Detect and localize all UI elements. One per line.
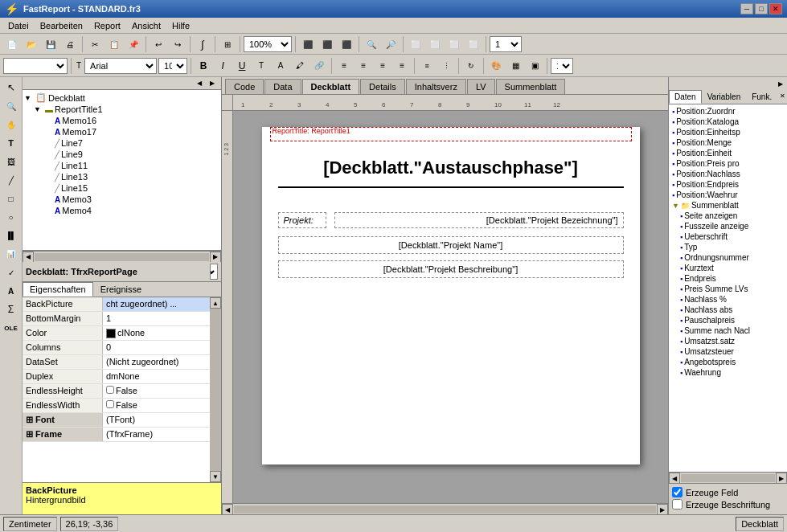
- chart-tool[interactable]: 📊: [2, 245, 20, 263]
- tree-item-deckblatt[interactable]: ▼ 📋 Deckblatt: [24, 92, 219, 104]
- right-item-angebotspreis[interactable]: ▪ Angebotspreis: [678, 357, 785, 367]
- tree-item-line7[interactable]: ╱ Line7: [43, 137, 219, 149]
- align-r-btn[interactable]: ≡: [374, 57, 391, 75]
- prop-row-frame[interactable]: ⊞ Frame (TfrxFrame): [23, 428, 210, 442]
- prop-row-backpicture[interactable]: BackPicture cht zugeordnet) ...: [23, 297, 210, 312]
- right-item-position-nachlass[interactable]: ▪ Position:Nachlass: [670, 169, 785, 179]
- report-title-band[interactable]: ReportTitle: ReportTitle1: [270, 127, 632, 141]
- formula-button[interactable]: ∫: [194, 35, 211, 53]
- align-c-btn[interactable]: ≡: [355, 57, 372, 75]
- tree-item-memo16[interactable]: A Memo16: [43, 115, 219, 126]
- extra-btn3[interactable]: ⬜: [445, 35, 463, 53]
- right-tab-daten[interactable]: Daten: [669, 90, 702, 104]
- right-item-nachlass-abs[interactable]: ▪ Nachlass abs: [678, 305, 785, 315]
- right-item-position-einheitsp[interactable]: ▪ Position:Einheitsp: [670, 127, 785, 137]
- align-j-btn[interactable]: ≡: [393, 57, 411, 75]
- highlight2-btn[interactable]: 🎨: [487, 57, 505, 75]
- zoom-select[interactable]: 100% 75% 150%: [244, 36, 292, 52]
- close-button[interactable]: ✕: [769, 3, 782, 14]
- zoom-tool[interactable]: 🔍: [2, 97, 20, 115]
- tab-eigenschaften[interactable]: Eigenschaften: [23, 282, 93, 297]
- right-item-position-endpreis[interactable]: ▪ Position:Endpreis: [670, 179, 785, 190]
- extra-btn1[interactable]: ⬜: [407, 35, 424, 53]
- align-center-btn[interactable]: ⬛: [318, 35, 336, 53]
- italic-button[interactable]: I: [214, 57, 232, 75]
- tab-code[interactable]: Code: [225, 79, 264, 94]
- print-button[interactable]: 🖨: [61, 35, 79, 53]
- right-item-position-zuordnr[interactable]: ▪ Position:Zuordnr: [670, 106, 785, 117]
- canvas-scroll-left[interactable]: ◀: [222, 504, 233, 514]
- props-scroll-track[interactable]: [210, 309, 221, 471]
- right-scroll-btn[interactable]: ▶: [775, 78, 786, 89]
- select-tool[interactable]: ↖: [2, 79, 20, 96]
- link-btn[interactable]: 🔗: [310, 57, 328, 75]
- tab-summenblatt[interactable]: Summenblatt: [496, 79, 566, 94]
- tree-item-memo4[interactable]: A Memo4: [43, 205, 219, 216]
- align-l-btn[interactable]: ≡: [335, 57, 353, 75]
- projekt-beschreibung[interactable]: [Deckblatt."Projekt Beschreibung"]: [278, 260, 624, 278]
- tree-item-memo3[interactable]: A Memo3: [43, 194, 219, 205]
- right-item-kurztext[interactable]: ▪ Kurztext: [678, 263, 785, 273]
- zoom-in-btn[interactable]: 🔍: [363, 35, 380, 53]
- align-right-btn[interactable]: ⬛: [338, 35, 355, 53]
- props-scroll-up[interactable]: ▲: [210, 297, 221, 309]
- right-item-preis-summe[interactable]: ▪ Preis Summe LVs: [678, 284, 785, 294]
- right-item-waehrung[interactable]: ▪ Waehrung: [678, 367, 785, 378]
- tab-inhaltsverz[interactable]: Inhaltsverz: [406, 79, 466, 94]
- right-item-pauschalpreis[interactable]: ▪ Pauschalpreis: [678, 315, 785, 325]
- tree-item-reporttitle1[interactable]: ▼ ▬ ReportTitle1: [34, 104, 219, 115]
- menu-datei[interactable]: Datei: [3, 19, 34, 32]
- right-item-summenblatt[interactable]: ▼ 📁 Summenblatt: [670, 200, 785, 211]
- page-select[interactable]: 1: [490, 36, 522, 52]
- right-item-fusszeile[interactable]: ▪ Fusszeile anzeige: [678, 221, 785, 231]
- ellipse-tool[interactable]: ○: [2, 208, 20, 226]
- tree-item-memo17[interactable]: A Memo17: [43, 126, 219, 137]
- right-item-ueberschrift[interactable]: ▪ Ueberschrift: [678, 231, 785, 242]
- save-button[interactable]: 💾: [42, 35, 59, 53]
- tree-item-line13[interactable]: ╱ Line13: [43, 171, 219, 182]
- maximize-button[interactable]: □: [755, 3, 768, 14]
- canvas-area[interactable]: ReportTitle: ReportTitle1 [Deckblatt."Au…: [233, 111, 668, 503]
- check-tool[interactable]: ✓: [2, 264, 20, 281]
- field-tool[interactable]: A: [2, 282, 20, 300]
- menu-report[interactable]: Report: [89, 19, 125, 32]
- line-tool[interactable]: ╱: [2, 171, 20, 189]
- right-item-umsatzst-satz[interactable]: ▪ Umsatzst.satz: [678, 336, 785, 346]
- right-item-nachlass-pct[interactable]: ▪ Nachlass %: [678, 294, 785, 305]
- endless-width-check[interactable]: [106, 400, 114, 408]
- menu-ansicht[interactable]: Ansicht: [127, 19, 166, 32]
- tree-scroll-track[interactable]: [35, 253, 209, 261]
- prop-row-endlessheight[interactable]: EndlessHeight False: [23, 384, 210, 399]
- right-item-position-kataloga[interactable]: ▪ Position:Kataloga: [670, 117, 785, 127]
- prop-row-columns[interactable]: Columns 0: [23, 341, 210, 355]
- props-scroll-down[interactable]: ▼: [210, 471, 221, 482]
- copy-button[interactable]: 📋: [105, 35, 123, 53]
- prop-row-font[interactable]: ⊞ Font (TFont): [23, 413, 210, 428]
- ole-tool[interactable]: OLE: [2, 319, 20, 337]
- extra-btn2[interactable]: ⬜: [426, 35, 444, 53]
- right-item-typ[interactable]: ▪ Typ: [678, 242, 785, 252]
- tab-deckblatt[interactable]: Deckblatt: [302, 79, 360, 94]
- grid-button[interactable]: ⊞: [219, 35, 236, 53]
- canvas-scroll-track[interactable]: [234, 505, 656, 514]
- projekt-bezeichnung[interactable]: [Deckblatt."Projekt Bezeichnung"]: [334, 212, 624, 228]
- right-item-position-menge[interactable]: ▪ Position:Menge: [670, 137, 785, 148]
- font-size-select[interactable]: 10: [158, 58, 187, 74]
- barcode-tool[interactable]: ▐▌: [2, 227, 20, 244]
- menu-bearbeiten[interactable]: Bearbeiten: [35, 19, 88, 32]
- picture-tool[interactable]: 🖼: [2, 153, 20, 170]
- text-tool[interactable]: T: [2, 134, 20, 152]
- tree-item-line15[interactable]: ╱ Line15: [43, 182, 219, 194]
- hand-tool[interactable]: ✋: [2, 116, 20, 133]
- tab-ereignisse[interactable]: Ereignisse: [93, 282, 149, 297]
- color-btn[interactable]: A: [272, 57, 289, 75]
- right-item-seite-anzeigen[interactable]: ▪ Seite anzeigen: [678, 211, 785, 221]
- font-name-select[interactable]: Arial: [84, 58, 157, 74]
- big-text-element[interactable]: [Deckblatt."Austauschphase"]: [278, 158, 624, 188]
- tree-scroll-right[interactable]: ▶: [207, 78, 218, 89]
- erzeuge-feld-check[interactable]: [672, 487, 682, 497]
- new-button[interactable]: 📄: [3, 35, 21, 53]
- menu-hilfe[interactable]: Hilfe: [167, 19, 195, 32]
- prop-row-dataset[interactable]: DataSet (Nicht zugeordnet): [23, 355, 210, 370]
- zoom-out-btn[interactable]: 🔎: [382, 35, 400, 53]
